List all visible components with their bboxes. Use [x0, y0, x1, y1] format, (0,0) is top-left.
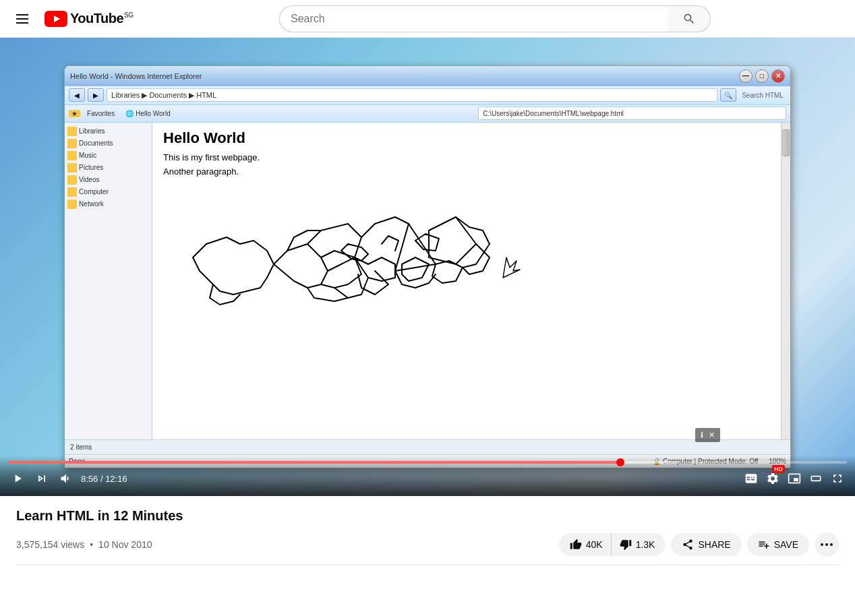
explorer-titlebar: Hello World - Windows Internet Explorer …	[65, 66, 790, 86]
settings-icon	[766, 472, 779, 485]
dot2	[825, 543, 828, 546]
video-controls: 8:56 / 12:16 HD	[0, 456, 855, 496]
folder-icon	[67, 175, 77, 185]
miniplayer-button[interactable]	[785, 469, 804, 488]
theater-icon	[809, 472, 823, 485]
folder-icon	[67, 199, 77, 209]
youtube-logo[interactable]: YouTubeSG	[45, 11, 134, 27]
header: YouTubeSG	[0, 0, 855, 38]
folder-icon	[67, 187, 77, 197]
next-icon	[35, 472, 49, 485]
folder-icon	[67, 139, 77, 148]
sidebar-item: Network	[65, 198, 152, 210]
window-controls: — □ ✕	[739, 69, 785, 83]
ie-h1: Hello World	[163, 129, 779, 147]
miniplayer-icon	[788, 472, 801, 485]
explorer-window: Hello World - Windows Internet Explorer …	[64, 65, 791, 468]
explorer-title-left: Hello World - Windows Internet Explorer	[70, 72, 202, 80]
explorer-nav-bar: ◀ ▶ Libraries ▶ Documents ▶ HTML 🔍 Searc…	[65, 86, 790, 105]
video-title: Learn HTML in 12 Minutes	[16, 507, 839, 524]
volume-button[interactable]	[57, 469, 76, 488]
menu-button[interactable]	[11, 9, 34, 29]
ie-toolbar: ★ Favorites 🌐 Hello World C:\Users\jake\…	[65, 105, 790, 123]
sidebar-item: Libraries	[65, 125, 152, 137]
video-player[interactable]: Hello World - Windows Internet Explorer …	[0, 38, 855, 496]
fullscreen-icon	[831, 472, 844, 485]
youtube-wordmark: YouTubeSG	[70, 11, 134, 26]
folder-icon	[67, 163, 77, 173]
video-meta-row: 3,575,154 views • 10 Nov 2010 40K 1.3K	[16, 532, 839, 565]
dislike-button[interactable]: 1.3K	[612, 533, 666, 556]
back-button[interactable]: ◀	[69, 88, 85, 102]
search-button-explorer[interactable]: 🔍	[720, 88, 736, 102]
info-icon[interactable]: ℹ	[701, 431, 703, 439]
scribble-drawing	[173, 163, 564, 352]
main-content: Hello World - Windows Internet Explorer …	[0, 38, 855, 571]
folder-icon	[67, 151, 77, 160]
ie-content: Hello World This is my first webpage. An…	[152, 123, 790, 187]
minimize-button[interactable]: —	[739, 69, 753, 83]
video-frame: Hello World - Windows Internet Explorer …	[0, 38, 855, 496]
fullscreen-button[interactable]	[828, 469, 847, 488]
play-button[interactable]	[8, 469, 27, 488]
time-display: 8:56 / 12:16	[81, 474, 127, 484]
subtitles-icon	[744, 472, 758, 485]
explorer-title-text: Hello World - Windows Internet Explorer	[70, 72, 202, 80]
hamburger-line	[16, 14, 28, 16]
save-button[interactable]: SAVE	[747, 533, 809, 556]
close-button[interactable]: ✕	[771, 69, 785, 83]
hamburger-line	[16, 18, 28, 20]
upload-date: 10 Nov 2010	[98, 539, 152, 550]
scrollbar-thumb[interactable]	[782, 129, 790, 156]
favorites-label: Favorites	[83, 110, 119, 117]
search-form	[279, 5, 711, 32]
content-pane: Hello World This is my first webpage. An…	[152, 123, 790, 439]
subtitles-button[interactable]	[742, 469, 761, 488]
search-input[interactable]	[279, 5, 668, 32]
more-dots	[821, 543, 833, 546]
like-button[interactable]: 40K	[559, 533, 612, 556]
dot1	[821, 543, 823, 546]
more-options-button[interactable]	[815, 532, 839, 557]
theater-button[interactable]	[806, 469, 825, 488]
sidebar-label: Documents	[79, 140, 113, 147]
hamburger-line	[16, 22, 28, 24]
video-stats: 3,575,154 views • 10 Nov 2010	[16, 539, 152, 550]
ad-overlay: ℹ ✕	[695, 428, 720, 442]
search-button[interactable]	[668, 5, 711, 32]
ad-close-button[interactable]: ✕	[709, 431, 715, 439]
right-controls: HD	[742, 469, 847, 488]
thumbs-up-icon	[570, 538, 582, 551]
next-button[interactable]	[32, 469, 51, 488]
like-count: 40K	[586, 539, 603, 550]
ie-scrollbar[interactable]	[781, 123, 790, 439]
ie-address-bar: C:\Users\jake\Documents\HTML\webpage.htm…	[478, 106, 786, 120]
sidebar-label: Computer	[79, 188, 109, 195]
sidebar-pane: Libraries Documents Music Pictures	[65, 123, 152, 439]
forward-button[interactable]: ▶	[88, 88, 104, 102]
breadcrumb-text: Libraries ▶ Documents ▶ HTML	[111, 91, 216, 100]
hd-badge: HD	[772, 465, 785, 473]
address-text: C:\Users\jake\Documents\HTML\webpage.htm…	[483, 110, 623, 117]
video-info: Learn HTML in 12 Minutes 3,575,154 views…	[0, 496, 855, 571]
share-button[interactable]: SHARE	[671, 533, 741, 556]
sidebar-item: Computer	[65, 186, 152, 198]
sidebar-item: Pictures	[65, 162, 152, 174]
save-label: SAVE	[774, 539, 798, 550]
logo-country: SG	[124, 11, 133, 19]
search-icon	[682, 12, 696, 26]
sidebar-item: Music	[65, 150, 152, 162]
progress-bar[interactable]	[8, 461, 847, 464]
items-count: 2 items	[70, 443, 92, 451]
hello-world-tab: 🌐 Hello World	[121, 110, 175, 117]
settings-wrap: HD	[763, 469, 782, 488]
maximize-button[interactable]: □	[755, 69, 769, 83]
ie-p2: Another paragraph.	[163, 166, 779, 177]
view-count: 3,575,154 views	[16, 539, 84, 550]
folder-icon	[67, 127, 77, 136]
sidebar-label: Libraries	[79, 127, 105, 135]
dislike-count: 1.3K	[636, 539, 655, 550]
ie-p1: This is my first webpage.	[163, 152, 779, 162]
sidebar-label: Videos	[79, 176, 99, 183]
header-left: YouTubeSG	[11, 9, 146, 29]
